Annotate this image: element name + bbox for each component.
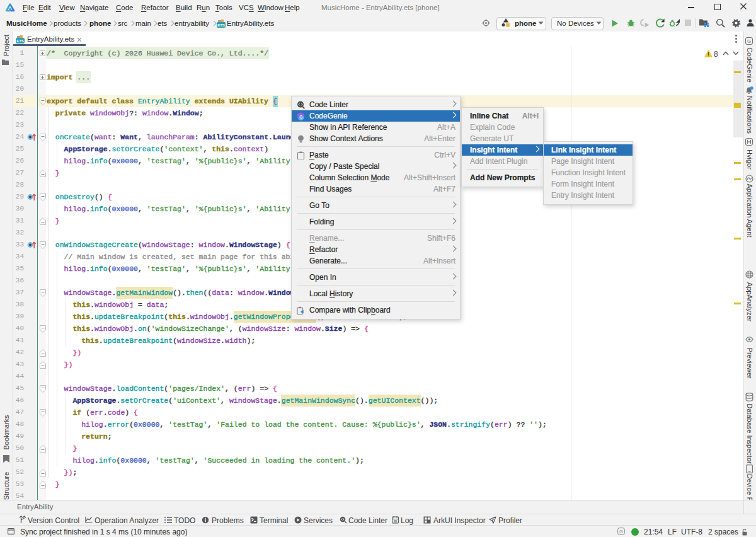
svg-text:G: G [747,38,751,44]
svg-text:ETS: ETS [16,39,24,43]
svg-text:G: G [299,115,302,119]
svg-text:ETS: ETS [217,23,225,27]
svg-text:G: G [619,529,623,534]
